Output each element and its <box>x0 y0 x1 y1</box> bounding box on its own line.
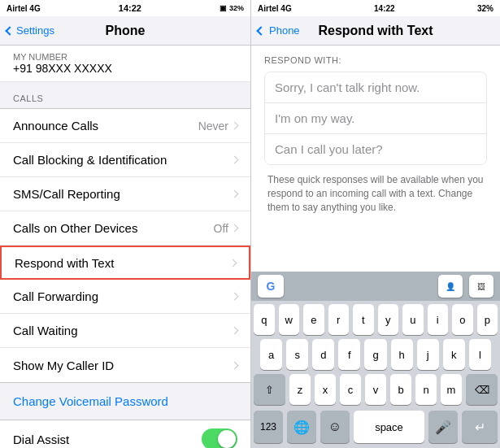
my-number-label: MY NUMBER <box>13 52 237 62</box>
call-blocking-label: Call Blocking & Identification <box>13 153 167 167</box>
backspace-key[interactable]: ⌫ <box>466 374 498 405</box>
call-blocking-row[interactable]: Call Blocking & Identification <box>0 143 250 177</box>
google-icon: G <box>258 275 284 298</box>
keyboard-top-bar: G 👤 🖼 <box>251 272 500 301</box>
right-status-bar: Airtel 4G 14:22 32% <box>251 0 500 16</box>
key-f[interactable]: f <box>338 339 360 370</box>
key-o[interactable]: o <box>452 304 473 335</box>
key-e[interactable]: e <box>303 304 324 335</box>
key-x[interactable]: x <box>315 374 336 405</box>
show-caller-id-row[interactable]: Show My Caller ID <box>0 348 250 382</box>
key-p[interactable]: p <box>477 304 498 335</box>
dial-assist-toggle[interactable] <box>202 428 237 448</box>
back-label: Settings <box>16 24 54 37</box>
keyboard-row-1: q w e r t y u i o p <box>254 304 498 335</box>
key-t[interactable]: t <box>353 304 374 335</box>
announce-calls-label-group: Announce Calls <box>13 119 98 133</box>
key-h[interactable]: h <box>391 339 413 370</box>
sms-reporting-chevron-icon <box>231 190 239 198</box>
keyboard-rows: q w e r t y u i o p a s d f g h j k <box>251 301 500 411</box>
key-d[interactable]: d <box>312 339 334 370</box>
left-status-icons: ▣ 32% <box>220 4 244 12</box>
key-n[interactable]: n <box>415 374 437 405</box>
respond-description: These quick responses will be available … <box>264 173 487 214</box>
call-forwarding-label: Call Forwarding <box>13 289 98 303</box>
announce-calls-right: Never <box>198 120 237 133</box>
key-j[interactable]: j <box>417 339 439 370</box>
space-label: space <box>375 421 403 433</box>
key-a[interactable]: a <box>260 339 282 370</box>
response-option-2[interactable]: I'm on my way. <box>265 103 486 134</box>
call-forwarding-chevron-icon <box>231 293 239 301</box>
keyboard-bottom-row: 123 🌐 ☺ space 🎤 ↵ <box>251 411 500 448</box>
emoji-key[interactable]: ☺ <box>320 411 350 443</box>
right-battery: 32% <box>477 4 493 13</box>
key-w[interactable]: w <box>279 304 300 335</box>
change-voicemail-button[interactable]: Change Voicemail Password <box>0 383 250 420</box>
left-status-carrier: Airtel 4G <box>7 4 41 13</box>
key-q[interactable]: q <box>254 304 275 335</box>
globe-key[interactable]: 🌐 <box>287 411 316 443</box>
dial-assist-label: Dial Assist <box>13 433 69 446</box>
respond-with-label: RESPOND WITH: <box>264 55 487 65</box>
key-z[interactable]: z <box>289 374 311 405</box>
calls-other-devices-row[interactable]: Calls on Other Devices Off <box>0 211 250 246</box>
calls-other-devices-value: Off <box>214 222 228 235</box>
dial-assist-group: Dial Assist <box>0 420 250 448</box>
keyboard-img1-icon[interactable]: 👤 <box>438 275 463 298</box>
left-back-button[interactable]: Settings <box>7 24 54 37</box>
space-key[interactable]: space <box>354 411 424 443</box>
keyboard-row-2: a s d f g h j k l <box>254 339 498 370</box>
keyboard-area: G 👤 🖼 q w e r t y u i o p a s d <box>251 272 500 448</box>
key-k[interactable]: k <box>443 339 465 370</box>
call-waiting-label: Call Waiting <box>13 324 77 337</box>
mic-key[interactable]: 🎤 <box>428 411 458 443</box>
right-carrier: Airtel 4G <box>258 4 292 13</box>
right-nav-title: Respond with Text <box>318 24 433 38</box>
show-caller-id-label: Show My Caller ID <box>13 359 114 372</box>
right-back-chevron-icon <box>256 26 265 35</box>
key-g[interactable]: g <box>364 339 386 370</box>
calls-other-devices-chevron-icon <box>231 224 239 233</box>
key-y[interactable]: y <box>378 304 399 335</box>
respond-with-text-row[interactable]: Respond with Text <box>0 246 250 280</box>
announce-calls-value: Never <box>198 120 228 133</box>
numbers-label: 123 <box>260 421 276 433</box>
toggle-knob <box>218 430 236 448</box>
key-m[interactable]: m <box>441 374 462 405</box>
key-r[interactable]: r <box>328 304 350 335</box>
right-back-button[interactable]: Phone <box>258 24 300 37</box>
respond-with-text-chevron-icon <box>229 259 237 267</box>
response-options-group: Sorry, I can't talk right now. I'm on my… <box>264 72 487 165</box>
shift-key[interactable]: ⇧ <box>254 374 285 405</box>
key-l[interactable]: l <box>469 339 491 370</box>
carrier-text: Airtel 4G <box>7 4 41 13</box>
left-nav-bar: Settings Phone <box>0 16 250 46</box>
battery-pct: 32% <box>229 4 244 12</box>
call-forwarding-row[interactable]: Call Forwarding <box>0 280 250 314</box>
response-option-1[interactable]: Sorry, I can't talk right now. <box>265 72 486 103</box>
keyboard-row-3: ⇧ z x c v b n m ⌫ <box>254 374 498 405</box>
right-time: 14:22 <box>374 4 395 13</box>
right-back-label: Phone <box>269 24 300 37</box>
key-c[interactable]: c <box>340 374 361 405</box>
key-b[interactable]: b <box>390 374 411 405</box>
sms-call-reporting-row[interactable]: SMS/Call Reporting <box>0 177 250 211</box>
response-option-3[interactable]: Can I call you later? <box>265 134 486 164</box>
key-i[interactable]: i <box>428 304 449 335</box>
keyboard-img2-icon[interactable]: 🖼 <box>469 275 493 298</box>
numbers-key[interactable]: 123 <box>254 411 283 443</box>
calls-section-header: CALLS <box>0 82 250 108</box>
return-key[interactable]: ↵ <box>462 411 498 443</box>
key-u[interactable]: u <box>402 304 424 335</box>
call-waiting-chevron-icon <box>231 327 239 335</box>
dial-assist-row[interactable]: Dial Assist <box>0 420 250 448</box>
respond-with-section: RESPOND WITH: Sorry, I can't talk right … <box>251 46 500 227</box>
calls-settings-group: Announce Calls Never Call Blocking & Ide… <box>0 108 250 383</box>
key-s[interactable]: s <box>286 339 308 370</box>
right-panel: Airtel 4G 14:22 32% Phone Respond with T… <box>250 0 500 448</box>
key-v[interactable]: v <box>365 374 386 405</box>
left-panel: Airtel 4G 14:22 ▣ 32% Settings Phone MY … <box>0 0 250 448</box>
announce-calls-row[interactable]: Announce Calls Never <box>0 109 250 143</box>
call-waiting-row[interactable]: Call Waiting <box>0 314 250 348</box>
